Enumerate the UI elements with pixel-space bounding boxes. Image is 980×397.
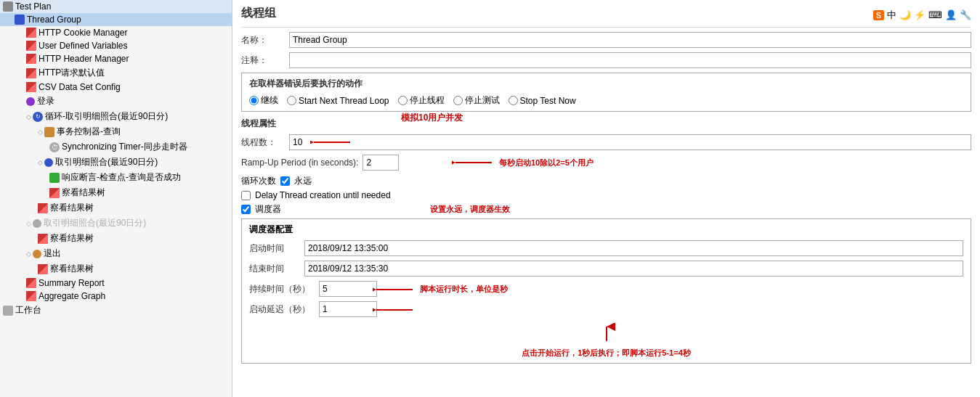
radio-startnext[interactable]: Start Next Thread Loop	[287, 96, 389, 106]
radio-continue[interactable]: 继续	[249, 94, 278, 107]
loop-count-row: 循环次数 永远	[241, 175, 971, 187]
result4-icon	[38, 264, 48, 274]
duration-row: 持续时间（秒） 脚本运行时长，单位是秒	[249, 281, 963, 297]
tree-item-fetch3[interactable]: ◇ 取引明细照合(最近90日分)	[0, 216, 232, 231]
workbench-icon	[3, 306, 13, 316]
tree-label: HTTP Cookie Manager	[39, 28, 128, 38]
startup-delay-label: 启动延迟（秒）	[249, 303, 315, 316]
result1-icon	[49, 188, 60, 198]
business-connector: ◇	[38, 128, 43, 136]
annotation-bottom: 点击开始运行，1秒后执行；即脚本运行5-1=4秒	[249, 348, 963, 359]
config-panel: 线程组 S 中 🌙 ⚡ ⌨ 👤 🔧 名称： 注释： 在取样器错误后要执行的动作 …	[232, 0, 980, 397]
tree-item-login[interactable]: 登录	[0, 94, 232, 109]
delay-label: Delay Thread creation until needed	[255, 190, 391, 200]
aggregate-icon	[26, 291, 36, 301]
httpdefault-icon	[26, 68, 36, 78]
power-icon: ⚡	[914, 9, 926, 20]
tree-item-assert[interactable]: 响应断言-检查点-查询是否成功	[0, 170, 232, 185]
tree-item-business[interactable]: ◇ 事务控制器-查询	[0, 124, 232, 139]
tree-item-timer[interactable]: ⏱ Synchronizing Timer-同步走时器	[0, 139, 232, 155]
scheduler-row: 调度器 设置永远，调度器生效	[241, 203, 971, 216]
radio-stoptest[interactable]: 停止测试	[453, 94, 500, 107]
annotation-duration: 脚本运行时长，单位是秒	[420, 284, 508, 295]
loop-forever-checkbox[interactable]	[280, 176, 290, 186]
duration-arrow	[373, 283, 416, 296]
radio-continue-input[interactable]	[249, 96, 259, 105]
tree-label: HTTP Header Manager	[39, 54, 129, 64]
radio-stopthread-label: 停止线程	[410, 94, 445, 107]
tree-item-result3[interactable]: 察看结果树	[0, 231, 232, 246]
tree-item-workbench[interactable]: 工作台	[0, 303, 232, 318]
loop-label: 循环次数	[241, 175, 276, 187]
radio-stoptest-input[interactable]	[453, 96, 463, 105]
tree-item-httpdefault[interactable]: HTTP请求默认值	[0, 65, 232, 81]
tree-item-result1[interactable]: 察看结果树	[0, 185, 232, 200]
ramp-up-row: Ramp-Up Period (in seconds): 每秒启动10除以2=5…	[241, 155, 971, 171]
name-label: 名称：	[241, 34, 285, 46]
radio-continue-label: 继续	[261, 94, 278, 107]
tree-item-aggregate[interactable]: Aggregate Graph	[0, 290, 232, 303]
start-time-input[interactable]	[304, 240, 963, 256]
user-icon: 👤	[945, 9, 957, 20]
tree-label: Test Plan	[15, 1, 51, 12]
name-input[interactable]	[289, 32, 971, 48]
lang-icon: 中	[887, 9, 896, 22]
scheduler-checkbox[interactable]	[241, 205, 251, 214]
radio-startnext-input[interactable]	[287, 96, 296, 105]
udf-icon	[26, 41, 36, 51]
testplan-icon	[3, 1, 13, 12]
thread-props-title: 线程属性	[241, 118, 971, 130]
thread-count-row: 线程数：	[241, 134, 971, 150]
tree-label: CSV Data Set Config	[39, 82, 121, 92]
tree-label: Synchronizing Timer-同步走时器	[62, 141, 187, 153]
exit-icon	[33, 250, 41, 258]
startup-delay-row: 启动延迟（秒）	[249, 301, 963, 317]
thread-count-input[interactable]	[289, 134, 971, 150]
radio-stoptestnow-input[interactable]	[509, 96, 518, 105]
tree-label: 工作台	[15, 304, 41, 316]
moon-icon: 🌙	[899, 9, 911, 20]
tree-label: User Defined Variables	[39, 41, 128, 51]
timer-icon: ⏱	[49, 142, 60, 152]
start-time-label: 启动时间	[249, 242, 300, 255]
keyboard-icon: ⌨	[928, 9, 942, 20]
toolbar-icons: S 中 🌙 ⚡ ⌨ 👤 🔧	[873, 9, 971, 22]
tree-item-summary[interactable]: Summary Report	[0, 277, 232, 290]
radio-stoptestnow-label: Stop Test Now	[520, 96, 576, 106]
end-time-label: 结束时间	[249, 263, 300, 275]
s-logo-icon: S	[873, 10, 884, 20]
comment-input[interactable]	[289, 52, 971, 68]
action-radio-group: 继续 Start Next Thread Loop 停止线程 停止测试 Stop…	[249, 94, 963, 107]
fetch2-icon	[44, 158, 53, 167]
duration-input[interactable]	[319, 281, 377, 297]
tree-item-loop[interactable]: ◇ ↻ 循环-取引明细照合(最近90日分)	[0, 109, 232, 124]
delay-checkbox[interactable]	[241, 191, 251, 200]
business-icon	[44, 127, 54, 137]
radio-stoptestnow[interactable]: Stop Test Now	[509, 96, 576, 106]
tree-item-udf[interactable]: User Defined Variables	[0, 39, 232, 52]
scheduler-title: 调度器配置	[249, 224, 963, 236]
loop-icon: ↻	[33, 112, 43, 122]
tree-item-threadgroup[interactable]: Thread Group	[0, 13, 232, 26]
end-time-row: 结束时间	[249, 261, 963, 277]
startup-delay-input[interactable]	[319, 301, 377, 317]
end-time-input[interactable]	[304, 261, 963, 277]
tree-label: 察看结果树	[50, 202, 94, 214]
loop-forever-label: 永远	[294, 175, 312, 187]
tree-item-fetch2[interactable]: ◇ 取引明细照合(最近90日分)	[0, 155, 232, 170]
csv-icon	[26, 82, 36, 92]
delay-row: Delay Thread creation until needed	[241, 190, 971, 200]
radio-stopthread-input[interactable]	[398, 96, 408, 105]
tree-item-cookie[interactable]: HTTP Cookie Manager	[0, 26, 232, 39]
tree-item-result4[interactable]: 察看结果树	[0, 261, 232, 277]
exit-connector: ◇	[26, 250, 31, 258]
tree-item-testplan[interactable]: Test Plan	[0, 0, 232, 13]
ramp-up-input[interactable]	[363, 155, 399, 171]
summary-icon	[26, 278, 36, 288]
radio-stopthread[interactable]: 停止线程	[398, 94, 445, 107]
tree-item-csv[interactable]: CSV Data Set Config	[0, 81, 232, 94]
tree-item-exit[interactable]: ◇ 退出	[0, 246, 232, 261]
tree-label: 察看结果树	[50, 232, 94, 245]
tree-item-result2[interactable]: 察看结果树	[0, 200, 232, 216]
tree-item-header[interactable]: HTTP Header Manager	[0, 52, 232, 65]
